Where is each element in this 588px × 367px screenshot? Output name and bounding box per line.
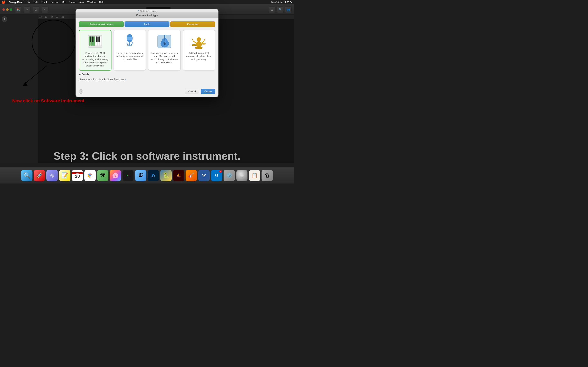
dock-python[interactable]: 🐍 bbox=[160, 170, 172, 181]
dock-photoshop[interactable]: Ps bbox=[148, 170, 159, 181]
menubar-file[interactable]: File bbox=[26, 1, 30, 4]
dialog-footer: ? Cancel Create bbox=[76, 87, 218, 97]
svg-line-30 bbox=[193, 41, 196, 43]
svg-rect-23 bbox=[164, 35, 165, 41]
guitar-description: Connect a guitar or bass to your Mac to … bbox=[150, 52, 178, 64]
card-guitar[interactable]: Connect a guitar or bass to your Mac to … bbox=[148, 30, 181, 71]
svg-rect-12 bbox=[96, 36, 97, 42]
svg-line-33 bbox=[204, 39, 205, 41]
menubar-garageband[interactable]: GarageBand bbox=[9, 1, 23, 4]
svg-point-14 bbox=[127, 34, 132, 42]
svg-rect-6 bbox=[100, 36, 102, 46]
drummer-icon bbox=[191, 33, 207, 50]
dock-clipboard[interactable]: 📋 bbox=[249, 170, 260, 181]
dock-quicksilver[interactable]: ◈ bbox=[236, 170, 248, 181]
dialog-titlebar: Choose a track type bbox=[76, 12, 218, 18]
menubar-time: Mon 20 Jan 11:20:34 bbox=[271, 1, 292, 3]
svg-line-32 bbox=[192, 39, 193, 41]
tab-drummer[interactable]: Drummer bbox=[170, 21, 215, 27]
tab-row: Software Instrument Audio Drummer bbox=[79, 21, 215, 27]
track-type-dialog: 🎵 Untitled – Tracks Choose a track type … bbox=[76, 9, 218, 97]
dock-siri[interactable]: ◎ bbox=[46, 170, 58, 181]
dialog-action-buttons: Cancel Create bbox=[185, 89, 215, 94]
menubar-track[interactable]: Track bbox=[41, 1, 47, 4]
svg-point-29 bbox=[197, 37, 201, 42]
dock: 🔍 🚀 ◎ 📝 JAN 20 🗺 bbox=[0, 167, 294, 184]
card-drummer[interactable]: Add a drummer that automatically plays a… bbox=[183, 30, 215, 71]
dock-maps[interactable]: 🗺 bbox=[97, 170, 108, 181]
menubar: 🍎 GarageBand File Edit Track Record Mix … bbox=[0, 0, 294, 4]
create-button[interactable]: Create bbox=[201, 89, 215, 94]
details-label: Details: bbox=[81, 73, 90, 76]
details-triangle[interactable]: ▶ bbox=[79, 73, 81, 76]
menubar-edit[interactable]: Edit bbox=[34, 1, 38, 4]
details-row: ▶ Details: bbox=[79, 73, 215, 76]
svg-point-35 bbox=[192, 44, 196, 46]
dock-outlook[interactable]: O 1 bbox=[211, 170, 222, 181]
menubar-window[interactable]: Window bbox=[87, 1, 96, 4]
tab-audio[interactable]: Audio bbox=[125, 21, 169, 27]
svg-point-41 bbox=[89, 175, 91, 176]
dock-trash[interactable]: 🗑 bbox=[261, 170, 273, 181]
dock-photos[interactable]: 🌸 bbox=[110, 170, 121, 181]
dock-notes[interactable]: 📝 bbox=[59, 170, 70, 181]
audio-description: Record using a microphone or line input … bbox=[116, 52, 144, 61]
svg-point-36 bbox=[202, 43, 206, 44]
dock-preview[interactable]: 🖼 bbox=[135, 170, 146, 181]
card-microphone[interactable]: Record using a microphone or line input … bbox=[113, 30, 146, 71]
dialog-body: Software Instrument Audio Drummer bbox=[76, 18, 218, 87]
software-instrument-description: Plug in a USB MIDI keyboard to play and … bbox=[81, 52, 109, 67]
dock-launchpad[interactable]: 🚀 bbox=[34, 170, 45, 181]
window-subtitle: 🎵 Untitled – Tracks bbox=[76, 9, 218, 12]
apple-menu[interactable]: 🍎 bbox=[2, 0, 6, 4]
cards-row: Plug in a USB MIDI keyboard to play and … bbox=[79, 30, 215, 71]
piano-icon bbox=[87, 33, 103, 50]
menubar-view[interactable]: View bbox=[79, 1, 84, 4]
dock-calendar[interactable]: JAN 20 bbox=[72, 170, 83, 181]
dock-word[interactable]: W bbox=[198, 170, 210, 181]
svg-rect-11 bbox=[92, 36, 93, 42]
card-software-instrument[interactable]: Plug in a USB MIDI keyboard to play and … bbox=[79, 30, 112, 71]
dock-chrome[interactable] bbox=[84, 170, 96, 181]
dock-garageband[interactable]: 🎸 bbox=[186, 170, 197, 181]
drummer-description: Add a drummer that automatically plays a… bbox=[185, 52, 213, 61]
menubar-help[interactable]: Help bbox=[99, 1, 104, 4]
svg-line-31 bbox=[202, 41, 204, 43]
sound-row: I hear sound from: MacBook Air Speakers … bbox=[79, 78, 215, 81]
svg-rect-10 bbox=[90, 36, 91, 42]
svg-rect-19 bbox=[127, 45, 132, 46]
dock-system-preferences[interactable]: ⚙️ bbox=[224, 170, 235, 181]
sound-label: I hear sound from: MacBook Air Speakers bbox=[79, 78, 124, 81]
dialog-help-button[interactable]: ? bbox=[79, 89, 83, 94]
svg-point-34 bbox=[195, 47, 203, 49]
dock-terminal[interactable]: >_ bbox=[122, 170, 134, 181]
guitar-icon bbox=[156, 33, 173, 50]
menubar-right: Mon 20 Jan 11:20:34 bbox=[271, 1, 292, 3]
svg-rect-13 bbox=[98, 36, 100, 42]
tab-software-instrument[interactable]: Software Instrument bbox=[79, 21, 124, 27]
outlook-badge: 1 bbox=[219, 170, 222, 173]
sound-chevron[interactable]: › bbox=[125, 78, 126, 81]
menubar-share[interactable]: Share bbox=[69, 1, 75, 4]
menubar-mix[interactable]: Mix bbox=[62, 1, 66, 4]
dock-finder[interactable]: 🔍 bbox=[21, 170, 33, 181]
microphone-icon bbox=[121, 33, 138, 50]
garageband-window: 📚 ? ⊙ ✂ ⊞ 🔍 👥 + 18 19 20 21 22 bbox=[0, 4, 294, 184]
dock-illustrator[interactable]: Ai bbox=[173, 170, 184, 181]
cancel-button[interactable]: Cancel bbox=[185, 89, 199, 94]
menubar-record[interactable]: Record bbox=[51, 1, 59, 4]
dialog-title: Choose a track type bbox=[136, 14, 158, 17]
